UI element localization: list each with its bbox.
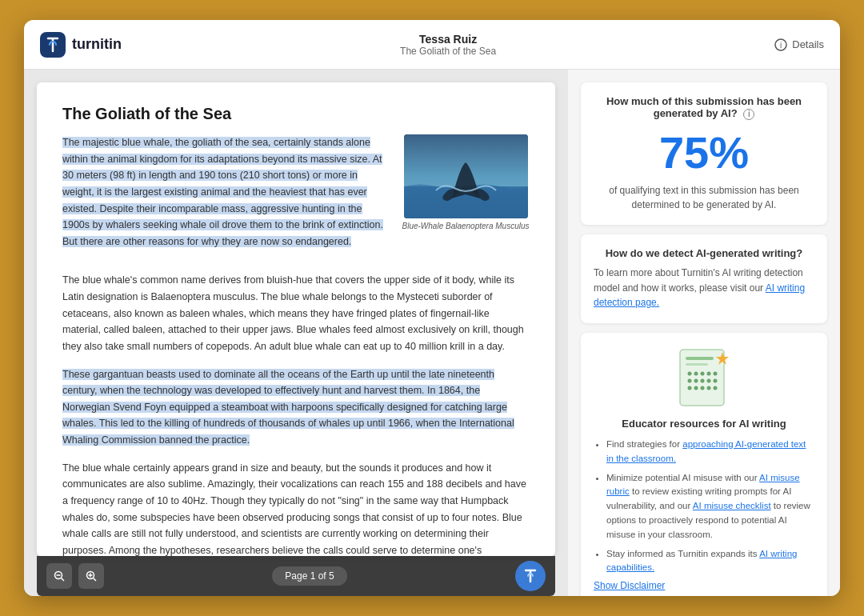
svg-point-23 <box>707 378 711 382</box>
document-paper[interactable]: The Goliath of the Sea The majestic blue… <box>37 82 555 556</box>
document-title-header: The Goliath of the Sea <box>400 46 496 57</box>
svg-point-16 <box>694 371 698 375</box>
svg-point-15 <box>688 371 692 375</box>
document-intro: The majestic blue whale, the goliath of … <box>62 134 530 261</box>
svg-point-20 <box>688 378 692 382</box>
logo: turnitin <box>40 32 122 58</box>
app-window: turnitin Tessa Ruiz The Goliath of the S… <box>24 20 840 596</box>
main-content: The Goliath of the Sea The majestic blue… <box>24 70 840 596</box>
logo-text: turnitin <box>72 36 122 53</box>
header: turnitin Tessa Ruiz The Goliath of the S… <box>24 20 840 70</box>
edu-list-item-2: Minimize potential AI misuse with our AI… <box>606 471 814 542</box>
document-area: The Goliath of the Sea The majestic blue… <box>24 70 568 596</box>
detection-text: To learn more about Turnitin's AI writin… <box>594 266 814 310</box>
educator-title: Educator resources for AI writing <box>594 418 814 430</box>
ai-description: of qualifying text in this submission ha… <box>594 183 814 212</box>
zoom-out-icon <box>54 570 65 582</box>
paragraph-1: The majestic blue whale, the goliath of … <box>62 134 389 250</box>
svg-point-21 <box>694 378 698 382</box>
ai-percentage-card: How much of this submission has been gen… <box>581 82 827 225</box>
paragraph-4: The blue whale certainly appears grand i… <box>62 460 530 556</box>
details-label: Details <box>792 38 824 50</box>
edu-list-item-1: Find strategies for approaching AI-gener… <box>606 438 814 466</box>
edu-list-item-3: Stay informed as Turnitin expands its AI… <box>606 547 814 576</box>
zoom-in-icon <box>86 570 97 582</box>
show-disclaimer-link[interactable]: Show Disclaimer <box>594 580 814 591</box>
ai-question: How much of this submission has been gen… <box>594 95 814 120</box>
svg-rect-14 <box>686 363 708 366</box>
turnitin-logo-icon <box>40 32 66 58</box>
edu-link-2a[interactable]: AI misuse rubric <box>606 473 800 497</box>
edu-link-1[interactable]: approaching AI-generated text in the cla… <box>606 439 806 463</box>
educator-list: Find strategies for approaching AI-gener… <box>594 438 814 575</box>
svg-text:i: i <box>780 41 782 50</box>
document-title: The Goliath of the Sea <box>62 105 530 123</box>
zoom-in-button[interactable] <box>78 563 104 589</box>
svg-point-24 <box>714 378 718 382</box>
svg-rect-13 <box>686 357 714 360</box>
educator-illustration <box>668 346 740 410</box>
image-caption: Blue-Whale Balaenoptera Musculus <box>402 222 530 230</box>
detection-title: How do we detect AI-generated writing? <box>594 247 814 259</box>
paragraph-2: The blue whale's common name derives fro… <box>62 272 530 354</box>
header-center: Tessa Ruiz The Goliath of the Sea <box>400 33 496 57</box>
turnitin-small-icon <box>522 567 539 585</box>
highlighted-text-3: These gargantuan beasts used to dominate… <box>62 369 514 446</box>
ai-percentage: 75% <box>594 128 814 178</box>
svg-point-26 <box>694 386 698 390</box>
svg-point-17 <box>701 371 705 375</box>
svg-point-18 <box>707 371 711 375</box>
intro-text: The majestic blue whale, the goliath of … <box>62 134 389 261</box>
page-indicator: Page 1 of 5 <box>272 566 346 586</box>
svg-point-28 <box>707 386 711 390</box>
details-button[interactable]: i Details <box>774 38 824 51</box>
highlighted-text-1: The majestic blue whale, the goliath of … <box>62 137 383 247</box>
detection-card: How do we detect AI-generated writing? T… <box>581 234 827 323</box>
svg-point-29 <box>714 386 718 390</box>
turnitin-logo-button[interactable] <box>515 561 546 591</box>
edu-link-3[interactable]: AI writing capabilities. <box>606 549 797 573</box>
zoom-out-button[interactable] <box>46 563 72 589</box>
paragraph-3: These gargantuan beasts used to dominate… <box>62 366 530 449</box>
whale-image <box>404 134 528 218</box>
toolbar-left <box>46 563 104 589</box>
image-block: Blue-Whale Balaenoptera Musculus <box>402 134 530 261</box>
svg-line-9 <box>94 578 97 582</box>
whale-svg <box>404 134 528 218</box>
right-panel[interactable]: How much of this submission has been gen… <box>568 70 840 596</box>
svg-point-25 <box>688 386 692 390</box>
svg-point-19 <box>714 371 718 375</box>
document-toolbar: Page 1 of 5 <box>37 556 555 596</box>
edu-link-2b[interactable]: AI misuse checklist <box>693 501 771 510</box>
user-name: Tessa Ruiz <box>400 33 496 46</box>
info-icon: i <box>774 38 787 51</box>
educator-resources-card: Educator resources for AI writing Find s… <box>581 333 827 596</box>
svg-point-27 <box>701 386 705 390</box>
ai-question-info-icon[interactable]: i <box>743 109 754 120</box>
svg-point-22 <box>701 378 705 382</box>
svg-line-6 <box>62 578 65 582</box>
